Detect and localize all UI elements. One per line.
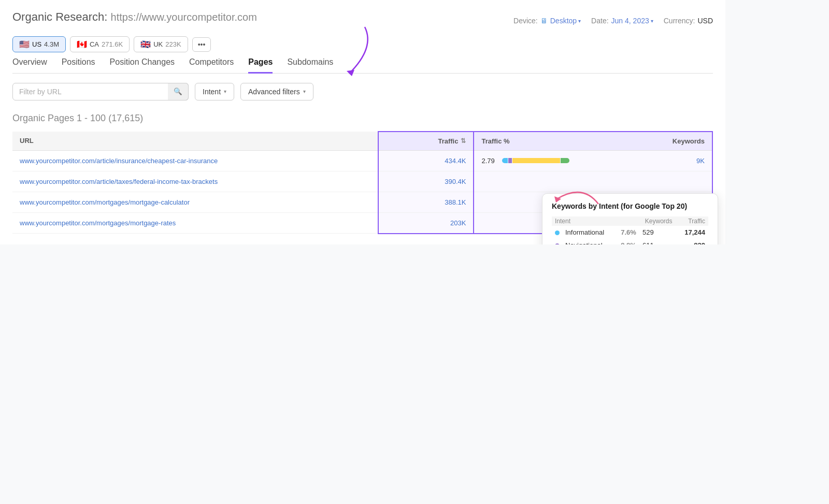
tooltip-header-traffic: Traffic [676,217,709,226]
traffic-cell: 203K [378,212,474,234]
informational-pct: 7.6% [612,226,639,239]
traffic-cell: 434.4K [378,150,474,171]
desktop-icon: 🖥 [540,17,548,25]
url-link[interactable]: www.yourcompetitor.com/article/insurance… [20,157,218,165]
nav-tabs: Overview Positions Position Changes Comp… [12,57,713,74]
ca-count: 271.6K [102,40,123,48]
controls-row: Device: 🖥 Desktop ▾ Date: Jun 4, 2023 ▾ … [513,17,713,25]
url-filter-input[interactable] [12,83,189,100]
traffic-pct-value: 2.79 [481,157,498,165]
device-value[interactable]: Desktop ▾ [550,17,581,25]
tooltip-title: Keywords by Intent (for Google Top 20) [552,202,708,210]
currency-label: Currency: [664,17,695,25]
tooltip-row-informational: Informational 7.6% 529 17,244 [552,226,708,239]
traffic-pct-column-header: Traffic % [474,132,633,151]
uk-flag: 🇬🇧 [140,39,151,49]
navigational-pct: 8.8% [612,239,639,244]
search-icon: 🔍 [174,88,182,95]
keywords-intent-tooltip: Keywords by Intent (for Google Top 20) I… [542,193,718,244]
tab-position-changes[interactable]: Position Changes [110,57,175,74]
currency-value: USD [697,17,713,25]
device-label: Device: [513,17,538,25]
section-title: Organic Pages 1 - 100 (17,615) [12,113,713,124]
url-link[interactable]: www.yourcompetitor.com/mortgages/mortgag… [20,219,176,227]
tab-competitors[interactable]: Competitors [189,57,234,74]
country-tab-uk[interactable]: 🇬🇧 UK 223K [134,36,188,52]
date-value-text: Jun 4, 2023 [611,17,649,25]
bar-navigational [508,158,512,163]
us-flag: 🇺🇸 [19,39,30,49]
tooltip-header-keywords: Keywords [639,217,676,226]
advanced-chevron-icon: ▾ [303,89,306,94]
advanced-filters-button[interactable]: Advanced filters ▾ [240,83,313,100]
filters-row: 🔍 Intent ▾ Advanced filters ▾ [12,83,713,100]
intent-filter-button[interactable]: Intent ▾ [195,83,234,100]
device-chevron: ▾ [578,18,581,24]
page-title-label: Organic Research: [12,10,107,23]
more-countries-button[interactable]: ••• [192,37,211,52]
url-filter-wrap: 🔍 [12,83,189,100]
ca-flag: 🇨🇦 [77,39,87,49]
country-tab-us[interactable]: 🇺🇸 US 4.3M [12,36,66,52]
ca-code: CA [90,40,99,48]
intent-filter-label: Intent [203,88,221,96]
keywords-column-header: Keywords [633,132,712,151]
tab-overview[interactable]: Overview [12,57,47,74]
search-button[interactable]: 🔍 [168,83,189,100]
uk-code: UK [153,40,163,48]
url-column-header: URL [12,132,378,151]
bar-transactional [561,158,570,163]
url-cell[interactable]: www.yourcompetitor.com/article/insurance… [12,150,378,171]
us-code: US [32,40,41,48]
traffic-cell: 388.1K [378,192,474,212]
date-chevron: ▾ [651,18,653,24]
country-tabs: 🇺🇸 US 4.3M 🇨🇦 CA 271.6K 🇬🇧 UK 223K ••• [12,36,713,52]
informational-keywords: 529 [639,226,676,239]
informational-traffic: 17,244 [676,226,709,239]
tooltip-header-intent: Intent [552,217,612,226]
table-row: www.yourcompetitor.com/article/insurance… [12,150,712,171]
tab-positions[interactable]: Positions [62,57,95,74]
tooltip-table: Intent Keywords Traffic Informational 7.… [552,217,708,244]
sort-icon: ⇅ [461,137,466,145]
url-cell[interactable]: www.yourcompetitor.com/article/taxes/fed… [12,171,378,192]
tooltip-header-pct [612,217,639,226]
keywords-cell [633,171,712,192]
traffic-label: Traffic [438,137,458,145]
navigational-keywords: 611 [639,239,676,244]
tooltip-row-navigational: Navigational 8.8% 611 839 [552,239,708,244]
page-title: Organic Research: https://www.yourcompet… [12,10,257,24]
advanced-filters-label: Advanced filters [248,88,300,96]
traffic-column-header[interactable]: Traffic ⇅ [378,132,474,151]
informational-dot [555,231,560,235]
bar-informational [502,158,507,163]
device-value-text: Desktop [550,17,577,25]
section-title-text: Organic Pages [12,113,74,123]
progress-info: 2.79 [481,157,625,165]
url-link[interactable]: www.yourcompetitor.com/article/taxes/fed… [20,178,218,185]
section-range: 1 - 100 (17,615) [77,113,143,123]
keywords-cell: 9K [633,150,712,171]
navigational-dot [555,243,560,244]
url-cell[interactable]: www.yourcompetitor.com/mortgages/mortgag… [12,212,378,234]
bar-commercial [512,158,560,163]
url-link[interactable]: www.yourcompetitor.com/mortgages/mortgag… [20,198,190,206]
date-value[interactable]: Jun 4, 2023 ▾ [611,17,653,25]
traffic-pct-cell [474,171,633,192]
uk-count: 223K [165,40,181,48]
country-tab-ca[interactable]: 🇨🇦 CA 271.6K [70,36,130,52]
table-row: www.yourcompetitor.com/article/taxes/fed… [12,171,712,192]
navigational-traffic: 839 [676,239,709,244]
tab-subdomains[interactable]: Subdomains [287,57,333,74]
url-cell[interactable]: www.yourcompetitor.com/mortgages/mortgag… [12,192,378,212]
date-control: Date: Jun 4, 2023 ▾ [591,17,653,25]
currency-control: Currency: USD [664,17,713,25]
device-control: Device: 🖥 Desktop ▾ [513,17,581,25]
traffic-pct-cell: 2.79 [474,150,633,171]
tab-pages[interactable]: Pages [248,57,273,74]
navigational-label: Navigational [562,239,612,244]
progress-bar [502,158,569,163]
table-wrap: URL Traffic ⇅ Traffic % Keywords www.you [12,131,713,234]
intent-chevron-icon: ▾ [224,89,226,94]
traffic-cell: 390.4K [378,171,474,192]
